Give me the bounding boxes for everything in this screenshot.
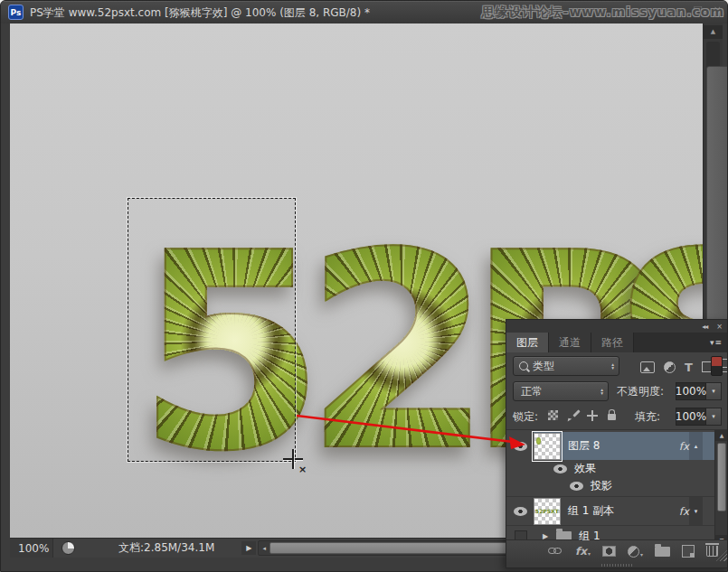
blend-mode-value: 正常 xyxy=(521,384,543,399)
blend-mode-row: 正常 ▴▾ 不透明度: 100% ▾ xyxy=(506,380,728,402)
layer-name[interactable]: 组 1 副本 xyxy=(568,503,614,519)
panel-menu-icon[interactable]: ▾ ≡ xyxy=(710,333,728,352)
horizontal-scrollbar[interactable]: ◂ xyxy=(258,540,524,556)
layer-row-group1-copy[interactable]: 52PSXT 组 1 副本 fx ▾ xyxy=(506,496,714,525)
close-panel-icon[interactable]: × xyxy=(716,323,722,331)
layers-panel: ◂◂ × 图层 通道 路径 ▾ ≡ 类型 xyxy=(506,319,728,568)
collapse-panel-icon[interactable]: ◂◂ xyxy=(702,323,707,331)
cursor-modifier-glyph: × xyxy=(298,464,307,475)
layer-list-scrollbar[interactable]: ▲ ▼ xyxy=(714,430,728,546)
effects-label: 效果 xyxy=(574,461,596,476)
new-layer-button[interactable] xyxy=(682,545,695,558)
lock-transparency-icon[interactable] xyxy=(548,410,558,420)
panel-bottom-toolbar: fx▾ ▾ xyxy=(506,539,728,562)
photoshop-app-icon: Ps xyxy=(8,5,24,20)
tab-channels[interactable]: 通道 xyxy=(549,333,591,352)
panel-menu-lines: ≡ xyxy=(714,338,722,347)
marquee-selection[interactable] xyxy=(128,198,296,462)
screenshot-stage: Ps PS学堂 www.52psxt.com [猕猴桃字效] @ 100% (图… xyxy=(0,0,728,572)
link-icon xyxy=(548,548,563,555)
eye-icon[interactable] xyxy=(553,464,567,474)
document-size-info: 文档:2.85M/34.1M xyxy=(118,540,214,556)
lock-label: 锁定: xyxy=(513,409,538,425)
filter-type-dropdown[interactable]: 类型 ▴▾ xyxy=(513,356,619,376)
fill-label: 填充: xyxy=(635,409,660,425)
fill-dropdown-icon[interactable]: ▾ xyxy=(706,408,722,426)
fx-icon: fx xyxy=(575,546,587,557)
eye-icon[interactable] xyxy=(570,482,583,491)
eye-icon[interactable] xyxy=(514,507,527,516)
effects-row[interactable]: 效果 xyxy=(506,460,714,477)
thumbnail-content: 52PSXT xyxy=(534,499,560,524)
panel-header: ◂◂ × xyxy=(506,320,728,333)
type-layer-filter-icon[interactable]: T xyxy=(685,361,693,373)
layer-row-layer8[interactable]: 图层 8 fx ▴ xyxy=(506,432,714,460)
eye-icon[interactable] xyxy=(514,442,527,451)
dropdown-updown-icon: ▴▾ xyxy=(600,388,603,395)
lock-pixels-icon[interactable] xyxy=(567,410,579,422)
scroll-up-icon[interactable]: ▲ xyxy=(715,430,728,441)
horizontal-scroll-thumb[interactable] xyxy=(269,542,515,554)
add-mask-button[interactable] xyxy=(602,546,616,557)
document-title: PS学堂 www.52psxt.com [猕猴桃字效] @ 100% (图层 8… xyxy=(30,5,370,21)
panel-tabs: 图层 通道 路径 ▾ ≡ xyxy=(506,333,728,352)
visibility-cell[interactable] xyxy=(506,442,534,451)
visibility-cell[interactable] xyxy=(506,507,534,516)
layer-name[interactable]: 图层 8 xyxy=(568,438,600,454)
opacity-dropdown-icon[interactable]: ▾ xyxy=(706,382,722,400)
layer-thumbnail[interactable]: 52PSXT xyxy=(534,498,561,525)
collapse-effects-icon[interactable]: ▴ xyxy=(689,432,703,460)
list-scroll-thumb[interactable] xyxy=(717,443,726,511)
lock-row: 锁定: 填充: 100% ▾ xyxy=(506,405,728,428)
status-flyout-button[interactable]: ▶ xyxy=(241,541,256,555)
layer-filter-toggle[interactable] xyxy=(711,356,723,376)
layer-style-button[interactable]: fx▾ xyxy=(575,546,591,557)
lock-position-icon[interactable] xyxy=(587,410,598,421)
tab-layers[interactable]: 图层 xyxy=(506,333,549,352)
panel-drag-grip[interactable] xyxy=(506,562,728,567)
scroll-up-icon[interactable]: ▲ xyxy=(704,25,723,39)
adjustment-layer-filter-icon[interactable] xyxy=(664,361,676,373)
scroll-left-icon[interactable]: ◂ xyxy=(259,545,269,552)
link-layers-button[interactable] xyxy=(548,548,563,555)
dropdown-updown-icon: ▴▾ xyxy=(611,362,614,370)
trash-icon xyxy=(706,546,718,557)
layer-thumbnail[interactable] xyxy=(534,433,561,460)
mask-icon xyxy=(602,546,616,557)
opacity-value-field[interactable]: 100% xyxy=(676,382,706,400)
document-status-icon xyxy=(61,541,75,555)
thumbnail-content xyxy=(536,437,541,445)
lock-all-icon[interactable] xyxy=(608,414,616,420)
group-name[interactable]: 组 1 xyxy=(579,529,600,544)
new-group-button[interactable] xyxy=(655,547,670,557)
drop-shadow-row[interactable]: 投影 xyxy=(506,477,714,494)
search-icon xyxy=(519,361,528,370)
folder-icon xyxy=(655,547,670,557)
adjustment-layer-button[interactable]: ▾ xyxy=(628,546,643,558)
delete-layer-button[interactable] xyxy=(706,546,718,557)
crosshair-vertical xyxy=(292,449,294,469)
fill-value-field[interactable]: 100% xyxy=(676,408,706,426)
layer-list: 图层 8 fx ▴ 效果 投影 5 xyxy=(506,430,728,546)
kiwi-letter-2: 2 xyxy=(304,227,493,480)
filter-type-label: 类型 xyxy=(533,359,554,374)
opacity-label: 不透明度: xyxy=(617,384,664,399)
drop-shadow-label: 投影 xyxy=(591,478,612,493)
new-layer-icon xyxy=(682,545,695,558)
pixel-layer-filter-icon[interactable] xyxy=(640,361,655,373)
chevron-down-icon: ▾ xyxy=(640,551,643,558)
tab-paths[interactable]: 路径 xyxy=(591,333,634,352)
zoom-level-field[interactable]: 100% xyxy=(10,539,53,558)
chevron-down-icon: ▾ xyxy=(588,550,591,557)
adjustment-icon xyxy=(628,546,639,558)
panel-body: 类型 ▴▾ T xyxy=(506,352,728,567)
panel-menu-arrow: ▾ xyxy=(710,338,714,347)
grip-dots xyxy=(601,564,634,567)
fx-badge: fx xyxy=(679,505,689,518)
site-watermark: 思缘设计论坛-www.missyuan.com xyxy=(482,5,724,21)
photoshop-document-window: Ps PS学堂 www.52psxt.com [猕猴桃字效] @ 100% (图… xyxy=(0,0,728,572)
blend-mode-dropdown[interactable]: 正常 ▴▾ xyxy=(513,381,609,401)
layer-filter-row: 类型 ▴▾ T xyxy=(506,356,728,378)
expand-effects-icon[interactable]: ▾ xyxy=(689,497,703,525)
fx-badge: fx xyxy=(679,440,689,453)
